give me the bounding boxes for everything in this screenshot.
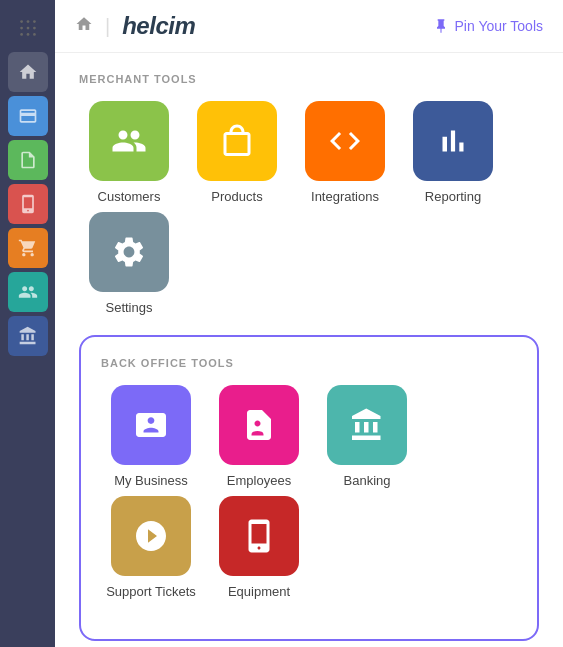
pin-tools-button[interactable]: Pin Your Tools: [433, 18, 543, 34]
svg-point-0: [20, 20, 23, 23]
tool-products[interactable]: Products: [187, 101, 287, 204]
products-label: Products: [211, 189, 262, 204]
integrations-icon-bg: [305, 101, 385, 181]
tool-customers[interactable]: Customers: [79, 101, 179, 204]
banking-icon-bg: [327, 385, 407, 465]
employees-label: Employees: [227, 473, 291, 488]
svg-point-4: [26, 27, 29, 30]
sidebar-item-invoices[interactable]: [8, 140, 48, 180]
my-business-label: My Business: [114, 473, 188, 488]
employees-icon-bg: [219, 385, 299, 465]
sidebar-item-payments[interactable]: [8, 96, 48, 136]
tool-employees[interactable]: Employees: [209, 385, 309, 488]
reporting-label: Reporting: [425, 189, 481, 204]
merchant-tools-title: MERCHANT TOOLS: [79, 73, 539, 85]
sidebar-item-customers[interactable]: [8, 272, 48, 312]
tool-equipment[interactable]: Equipment: [209, 496, 309, 599]
tool-my-business[interactable]: My Business: [101, 385, 201, 488]
sidebar-item-terminal[interactable]: [8, 184, 48, 224]
sidebar-item-bank[interactable]: [8, 316, 48, 356]
tool-banking[interactable]: Banking: [317, 385, 417, 488]
header: | helcim Pin Your Tools: [55, 0, 563, 53]
svg-point-7: [26, 33, 29, 36]
reporting-icon-bg: [413, 101, 493, 181]
tool-settings[interactable]: Settings: [79, 212, 179, 315]
support-tickets-label: Support Tickets: [106, 584, 196, 599]
customers-icon-bg: [89, 101, 169, 181]
pin-tools-label: Pin Your Tools: [455, 18, 543, 34]
back-office-tools-box: BACK OFFICE TOOLS My Business Employees: [79, 335, 539, 641]
tool-reporting[interactable]: Reporting: [403, 101, 503, 204]
svg-point-3: [20, 27, 23, 30]
svg-point-2: [33, 20, 36, 23]
products-icon-bg: [197, 101, 277, 181]
equipment-label: Equipment: [228, 584, 290, 599]
banking-label: Banking: [344, 473, 391, 488]
sidebar-item-cart[interactable]: [8, 228, 48, 268]
apps-grid-icon[interactable]: [8, 8, 48, 48]
sidebar-item-home[interactable]: [8, 52, 48, 92]
header-home-icon[interactable]: [75, 15, 93, 38]
support-tickets-icon-bg: [111, 496, 191, 576]
integrations-label: Integrations: [311, 189, 379, 204]
sidebar: [0, 0, 55, 647]
merchant-tools-grid: Customers Products Integrations: [79, 101, 539, 315]
settings-label: Settings: [106, 300, 153, 315]
content-area: MERCHANT TOOLS Customers Products: [55, 53, 563, 647]
svg-point-8: [33, 33, 36, 36]
settings-icon-bg: [89, 212, 169, 292]
header-logo: helcim: [122, 12, 195, 40]
tool-support-tickets[interactable]: Support Tickets: [101, 496, 201, 599]
equipment-icon-bg: [219, 496, 299, 576]
my-business-icon-bg: [111, 385, 191, 465]
svg-point-6: [20, 33, 23, 36]
customers-label: Customers: [98, 189, 161, 204]
header-divider: |: [105, 15, 110, 38]
svg-point-1: [26, 20, 29, 23]
back-office-tools-grid: My Business Employees Banking: [101, 385, 517, 599]
main-content: | helcim Pin Your Tools MERCHANT TOOLS C…: [55, 0, 563, 647]
svg-point-5: [33, 27, 36, 30]
tool-integrations[interactable]: Integrations: [295, 101, 395, 204]
back-office-tools-title: BACK OFFICE TOOLS: [101, 357, 517, 369]
